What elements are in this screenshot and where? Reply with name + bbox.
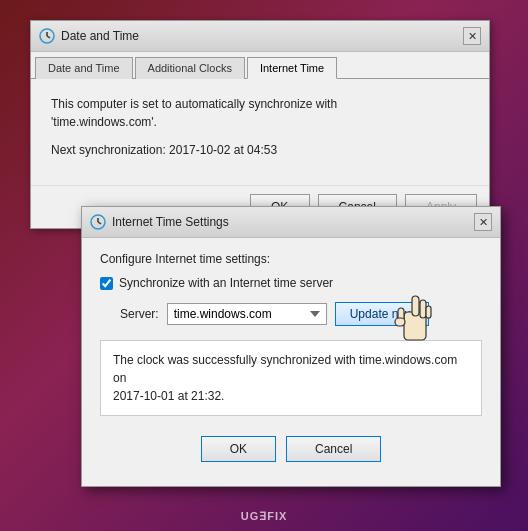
sync-result-line2: 2017-10-01 at 21:32. [113, 389, 224, 403]
server-label: Server: [120, 307, 159, 321]
update-now-button[interactable]: Update now [335, 302, 429, 326]
inner-button-row: OK Cancel [100, 430, 482, 472]
outer-dialog: Date and Time ✕ Date and Time Additional… [30, 20, 490, 229]
sync-result-line1: The clock was successfully synchronized … [113, 353, 457, 385]
sync-checkbox-label: Synchronize with an Internet time server [119, 276, 333, 290]
outer-dialog-title: Date and Time [61, 29, 139, 43]
inner-title-bar-left: Internet Time Settings [90, 214, 229, 230]
svg-line-2 [47, 36, 50, 38]
next-sync-text: Next synchronization: 2017-10-02 at 04:5… [51, 141, 469, 159]
server-row: Server: time.windows.com Update now [100, 302, 482, 326]
tab-additional-clocks[interactable]: Additional Clocks [135, 57, 245, 79]
sync-checkbox-row: Synchronize with an Internet time server [100, 276, 482, 290]
outer-close-button[interactable]: ✕ [463, 27, 481, 45]
outer-title-bar: Date and Time ✕ [31, 21, 489, 52]
server-select[interactable]: time.windows.com [167, 303, 327, 325]
watermark: UG∃FIX [241, 510, 288, 523]
configure-label: Configure Internet time settings: [100, 252, 482, 266]
inner-clock-icon [90, 214, 106, 230]
inner-content: Configure Internet time settings: Synchr… [82, 238, 500, 486]
clock-icon [39, 28, 55, 44]
sync-result-box: The clock was successfully synchronized … [100, 340, 482, 416]
inner-close-button[interactable]: ✕ [474, 213, 492, 231]
sync-checkbox[interactable] [100, 277, 113, 290]
tab-content: This computer is set to automatically sy… [31, 79, 489, 185]
inner-title-bar: Internet Time Settings ✕ [82, 207, 500, 238]
auto-sync-line1: This computer is set to automatically sy… [51, 95, 469, 131]
inner-ok-button[interactable]: OK [201, 436, 276, 462]
tab-internet-time[interactable]: Internet Time [247, 57, 337, 79]
inner-dialog: Internet Time Settings ✕ Configure Inter… [81, 206, 501, 487]
tab-date-and-time[interactable]: Date and Time [35, 57, 133, 79]
inner-dialog-title: Internet Time Settings [112, 215, 229, 229]
inner-cancel-button[interactable]: Cancel [286, 436, 381, 462]
svg-line-5 [98, 222, 101, 224]
tab-bar: Date and Time Additional Clocks Internet… [31, 52, 489, 79]
title-bar-left: Date and Time [39, 28, 139, 44]
